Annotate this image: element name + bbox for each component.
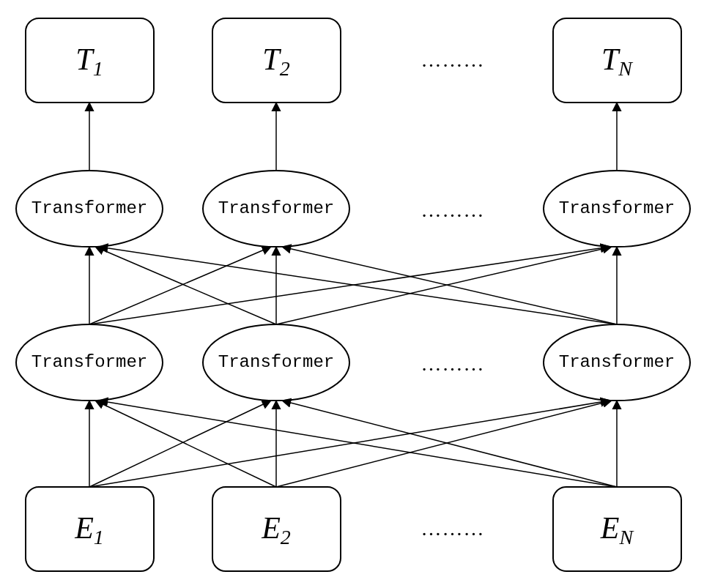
edges-lower-to-upper	[89, 247, 617, 324]
svg-line-6	[99, 247, 617, 324]
svg-line-10	[89, 401, 271, 487]
transformer-upper-ellipsis: ………	[421, 198, 485, 221]
transformer-lower-ellipsis: ………	[421, 352, 485, 375]
transformer-diagram: T1 T2 ……… TN Transformer Transformer …………	[0, 0, 704, 588]
svg-line-16	[282, 401, 617, 487]
transformer-lower-1-label: Transformer	[32, 352, 147, 372]
output-ellipsis: ………	[421, 48, 485, 71]
svg-line-7	[282, 247, 617, 324]
svg-line-2	[89, 247, 609, 324]
svg-line-12	[95, 401, 276, 487]
transformer-upper-2-label: Transformer	[218, 198, 334, 218]
input-ellipsis: ………	[421, 517, 485, 540]
transformer-upper-n-label: Transformer	[559, 198, 675, 218]
svg-line-14	[276, 401, 612, 487]
svg-line-15	[99, 401, 617, 487]
transformer-lower-2-label: Transformer	[218, 352, 334, 372]
svg-line-3	[95, 247, 276, 324]
transformer-upper-1-label: Transformer	[32, 198, 147, 218]
edges-input-to-lower	[89, 401, 617, 487]
svg-line-11	[89, 401, 609, 487]
transformer-lower-n-label: Transformer	[559, 352, 675, 372]
svg-line-5	[276, 247, 612, 324]
